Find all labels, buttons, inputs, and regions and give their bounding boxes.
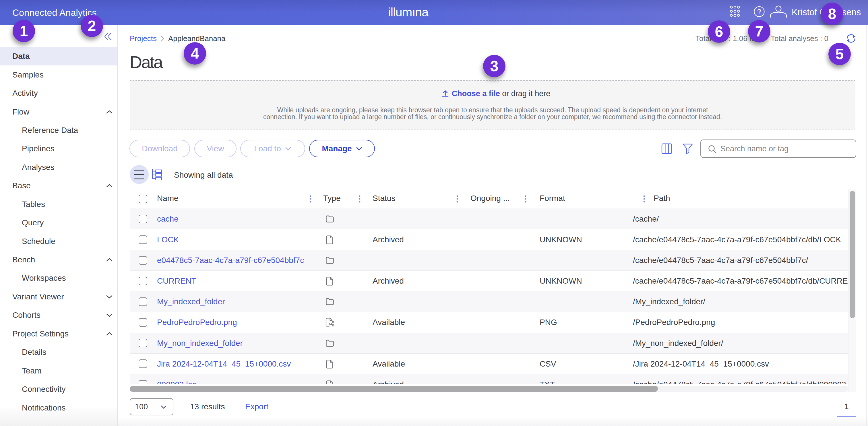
- svg-text:?: ?: [757, 8, 761, 16]
